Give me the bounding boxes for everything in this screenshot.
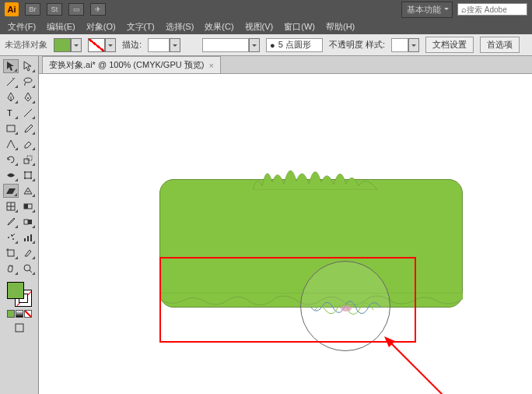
- bridge-icon[interactable]: Br: [25, 3, 40, 16]
- profile-input[interactable]: [202, 38, 249, 52]
- width-tool[interactable]: [3, 168, 19, 182]
- rectangle-tool[interactable]: [3, 121, 19, 135]
- fill-dropdown[interactable]: [71, 38, 82, 52]
- annotation-arrow-icon: [381, 333, 451, 394]
- shape-builder-tool[interactable]: [3, 184, 19, 198]
- menu-select[interactable]: 选择(S): [161, 19, 199, 34]
- fill-color-icon[interactable]: [7, 282, 24, 299]
- direct-selection-tool[interactable]: [20, 59, 36, 73]
- search-icon: ⌕: [461, 5, 467, 14]
- selection-tool[interactable]: [3, 59, 19, 73]
- stroke-dropdown[interactable]: [105, 38, 116, 52]
- menu-file[interactable]: 文件(F): [3, 19, 40, 34]
- svg-rect-30: [16, 324, 23, 332]
- pen-tool[interactable]: [3, 90, 19, 104]
- brush-select[interactable]: ●5 点圆形: [266, 38, 323, 52]
- symbol-sprayer-tool[interactable]: [3, 230, 19, 244]
- zoom-tool[interactable]: [20, 262, 36, 276]
- svg-text:T: T: [7, 108, 12, 118]
- document-setup-button[interactable]: 文档设置: [425, 37, 474, 53]
- eyedropper-tool[interactable]: [3, 215, 19, 229]
- type-tool[interactable]: T: [3, 106, 19, 120]
- tab-title: 变换对象.ai* @ 100% (CMYK/GPU 预览): [49, 59, 204, 71]
- perspective-tool[interactable]: [20, 184, 36, 198]
- svg-line-3: [24, 109, 32, 117]
- app-logo-icon: Ai: [5, 2, 19, 16]
- svg-point-10: [24, 178, 26, 179]
- paintbrush-tool[interactable]: [20, 121, 36, 135]
- svg-point-19: [8, 237, 9, 238]
- svg-line-32: [389, 341, 443, 394]
- none-mode-icon[interactable]: [24, 310, 32, 318]
- stroke-swatch[interactable]: [88, 38, 105, 52]
- menu-type[interactable]: 文字(T): [122, 19, 159, 34]
- svg-point-9: [30, 171, 32, 173]
- document-tab[interactable]: 变换对象.ai* @ 100% (CMYK/GPU 预览) ×: [42, 56, 221, 73]
- annotation-highlight-rect: [159, 257, 416, 343]
- gpu-icon[interactable]: ✈: [90, 3, 106, 16]
- title-bar: Ai Br St ▭ ✈ 基本功能 ⌕: [0, 0, 532, 19]
- svg-rect-17: [24, 220, 28, 224]
- svg-rect-16: [24, 204, 28, 209]
- preferences-button[interactable]: 首选项: [480, 37, 520, 53]
- svg-rect-24: [30, 234, 32, 241]
- menu-help[interactable]: 帮助(H): [321, 19, 359, 34]
- svg-rect-23: [27, 236, 29, 241]
- rotate-tool[interactable]: [3, 153, 19, 167]
- lasso-tool[interactable]: [20, 75, 36, 89]
- svg-rect-25: [8, 250, 14, 256]
- menu-view[interactable]: 视图(V): [240, 19, 278, 34]
- svg-line-29: [30, 270, 32, 273]
- svg-rect-18: [28, 220, 32, 224]
- svg-rect-5: [24, 159, 29, 164]
- svg-point-28: [24, 265, 30, 271]
- svg-point-11: [30, 178, 32, 179]
- search-input[interactable]: [467, 5, 513, 14]
- svg-rect-22: [24, 238, 26, 241]
- slice-tool[interactable]: [20, 246, 36, 260]
- scale-tool[interactable]: [20, 153, 36, 167]
- style-input[interactable]: [391, 38, 408, 52]
- svg-rect-6: [27, 156, 32, 160]
- eraser-tool[interactable]: [20, 137, 36, 151]
- fill-swatch[interactable]: [54, 38, 71, 52]
- control-bar: 未选择对象 描边: ●5 点圆形 不透明度 样式: 文档设置 首选项: [0, 34, 532, 56]
- close-icon[interactable]: ×: [208, 61, 213, 70]
- magic-wand-tool[interactable]: [3, 75, 19, 89]
- menu-object[interactable]: 对象(O): [82, 19, 121, 34]
- stock-icon[interactable]: St: [47, 3, 62, 16]
- menu-window[interactable]: 窗口(W): [279, 19, 320, 34]
- svg-point-1: [27, 97, 29, 99]
- svg-point-21: [12, 238, 14, 240]
- menu-bar: 文件(F) 编辑(E) 对象(O) 文字(T) 选择(S) 效果(C) 视图(V…: [0, 19, 532, 34]
- workspace-switcher[interactable]: 基本功能: [401, 2, 453, 18]
- screen-mode-icon[interactable]: [12, 321, 27, 335]
- svg-rect-7: [25, 172, 31, 178]
- curvature-tool[interactable]: [20, 90, 36, 104]
- gradient-mode-icon[interactable]: [16, 310, 23, 318]
- svg-point-8: [24, 171, 26, 173]
- canvas[interactable]: [39, 73, 532, 394]
- free-transform-tool[interactable]: [20, 168, 36, 182]
- profile-dropdown[interactable]: [249, 38, 260, 52]
- style-dropdown[interactable]: [408, 38, 419, 52]
- gradient-tool[interactable]: [20, 199, 36, 213]
- arrange-icon[interactable]: ▭: [68, 3, 84, 16]
- line-tool[interactable]: [20, 106, 36, 120]
- blend-tool[interactable]: [20, 215, 36, 229]
- graph-tool[interactable]: [20, 230, 36, 244]
- stroke-weight-input[interactable]: [148, 38, 170, 52]
- svg-rect-4: [7, 125, 15, 132]
- hand-tool[interactable]: [3, 262, 19, 276]
- search-box[interactable]: ⌕: [457, 3, 527, 16]
- color-picker[interactable]: [7, 282, 32, 307]
- mesh-tool[interactable]: [3, 199, 19, 213]
- selection-status: 未选择对象: [5, 39, 47, 51]
- color-mode-icon[interactable]: [7, 310, 15, 318]
- tab-bar: 变换对象.ai* @ 100% (CMYK/GPU 预览) ×: [39, 56, 532, 73]
- menu-edit[interactable]: 编辑(E): [42, 19, 80, 34]
- shaper-tool[interactable]: [3, 137, 19, 151]
- artboard-tool[interactable]: [3, 246, 19, 260]
- menu-effect[interactable]: 效果(C): [200, 19, 238, 34]
- stroke-weight-dropdown[interactable]: [170, 38, 180, 52]
